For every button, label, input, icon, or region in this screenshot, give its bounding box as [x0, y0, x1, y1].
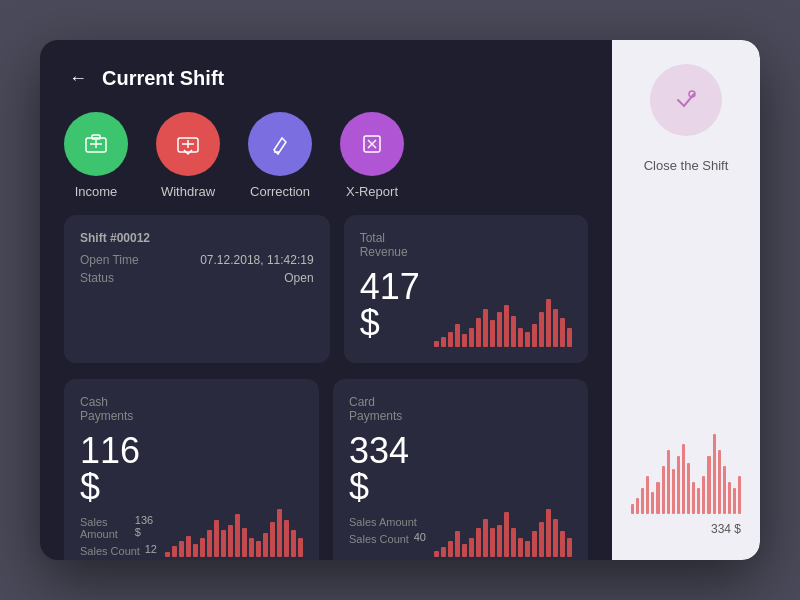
svg-rect-3	[92, 135, 100, 139]
right-panel: Close the Shift 334 $	[612, 40, 760, 560]
chart-bar	[455, 531, 460, 557]
action-income[interactable]: Income	[64, 112, 128, 199]
chart-bar	[263, 533, 268, 557]
chart-bar	[249, 538, 254, 557]
card-sales-count-label: Sales Count	[349, 533, 409, 545]
chart-bar	[207, 530, 212, 557]
cash-title: Cash Payments	[80, 395, 157, 423]
correction-label: Correction	[250, 184, 310, 199]
status-value: Open	[284, 271, 313, 285]
action-correction[interactable]: Correction	[248, 112, 312, 199]
open-time-label: Open Time	[80, 253, 139, 267]
status-row: Status Open	[80, 271, 314, 285]
cash-amount: 116 $	[80, 433, 157, 505]
chart-bar	[469, 538, 474, 557]
card-sales-count-row: Sales Count 40	[349, 531, 426, 545]
chart-bar	[504, 305, 509, 347]
page-title: Current Shift	[102, 67, 224, 90]
chart-bar	[434, 341, 439, 347]
chart-bar	[697, 488, 700, 514]
cash-sales-count-value: 12	[145, 543, 157, 557]
chart-bar	[214, 520, 219, 557]
revenue-bar-chart	[434, 299, 572, 347]
chart-bar	[193, 544, 198, 557]
chart-bar	[641, 488, 644, 514]
card-payment-left: Card Payments 334 $ Sales Amount Sales C…	[349, 395, 426, 557]
chart-bar	[560, 531, 565, 557]
chart-bar	[567, 328, 572, 347]
card-payment-amount: 334 $	[349, 433, 426, 505]
shift-number: Shift #00012	[80, 231, 314, 245]
chart-bar	[270, 522, 275, 557]
chart-bar	[172, 546, 177, 557]
chart-bar	[662, 466, 665, 514]
correction-icon	[248, 112, 312, 176]
chart-bar	[672, 469, 675, 514]
chart-bar	[490, 528, 495, 557]
chart-bar	[733, 488, 736, 514]
chart-bar	[256, 541, 261, 557]
chart-bar	[702, 476, 705, 514]
income-icon	[64, 112, 128, 176]
chart-bar	[291, 530, 296, 557]
cash-chart	[157, 395, 303, 557]
revenue-card: Total Revenue 417 $	[344, 215, 588, 363]
chart-bar	[651, 492, 654, 514]
back-button[interactable]: ←	[64, 64, 92, 92]
chart-bar	[221, 530, 226, 557]
withdraw-label: Withdraw	[161, 184, 215, 199]
dashboard: ← Current Shift Income	[40, 40, 760, 560]
cash-card-left: Cash Payments 116 $ Sales Amount 136 $ S…	[80, 395, 157, 557]
revenue-chart	[426, 231, 572, 347]
chart-bar	[539, 312, 544, 347]
chart-bar	[718, 450, 721, 514]
chart-bar	[235, 514, 240, 557]
chart-bar	[284, 520, 289, 557]
action-withdraw[interactable]: Withdraw	[156, 112, 220, 199]
chart-bar	[462, 334, 467, 347]
cash-bar-chart	[165, 509, 303, 557]
chart-bar	[646, 476, 649, 514]
chart-bar	[636, 498, 639, 514]
xreport-label: X-Report	[346, 184, 398, 199]
card-sales-amount-row: Sales Amount	[349, 514, 426, 528]
chart-bar	[738, 476, 741, 514]
action-xreport[interactable]: X-Report	[340, 112, 404, 199]
close-shift-button[interactable]	[650, 64, 722, 136]
chart-bar	[200, 538, 205, 557]
revenue-title: Total Revenue	[360, 231, 426, 259]
income-label: Income	[75, 184, 118, 199]
chart-bar	[567, 538, 572, 557]
header: ← Current Shift	[64, 64, 588, 92]
chart-bar	[677, 456, 680, 514]
card-bar-chart	[434, 509, 572, 557]
chart-bar	[539, 522, 544, 557]
chart-bar	[490, 320, 495, 347]
withdraw-icon	[156, 112, 220, 176]
xreport-icon	[340, 112, 404, 176]
chart-bar	[441, 337, 446, 347]
chart-bar	[511, 528, 516, 557]
chart-bar	[441, 547, 446, 557]
chart-bar	[525, 332, 530, 347]
actions-row: Income Withdraw	[64, 112, 588, 199]
chart-bar	[448, 332, 453, 347]
card-sales-count-value: 40	[414, 531, 426, 545]
close-shift-label: Close the Shift	[644, 158, 729, 175]
cash-sales-amount-value: 136 $	[135, 514, 157, 540]
chart-bar	[656, 482, 659, 514]
status-label: Status	[80, 271, 114, 285]
chart-bar	[553, 309, 558, 347]
cash-card: Cash Payments 116 $ Sales Amount 136 $ S…	[64, 379, 319, 560]
chart-bar	[682, 444, 685, 514]
chart-bar	[483, 519, 488, 557]
right-chart-value: 334 $	[631, 522, 741, 536]
card-payment-title: Card Payments	[349, 395, 426, 423]
cash-sales-amount-row: Sales Amount 136 $	[80, 514, 157, 540]
chart-bar	[497, 525, 502, 557]
chart-bar	[532, 531, 537, 557]
chart-bar	[525, 541, 530, 557]
chart-bar	[476, 318, 481, 347]
chart-bar	[504, 512, 509, 557]
chart-bar	[298, 538, 303, 557]
